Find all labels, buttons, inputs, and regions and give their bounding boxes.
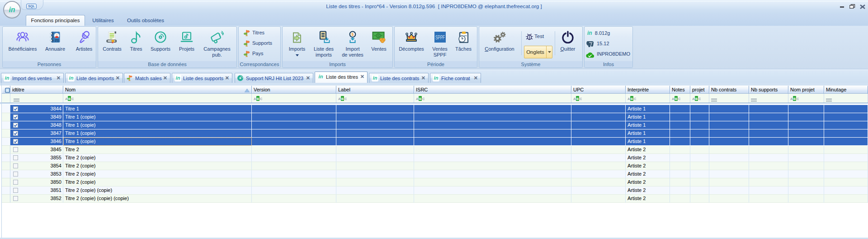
svg-text:C: C [678, 97, 680, 101]
svg-text:$: $ [351, 32, 354, 37]
svg-text:A: A [573, 97, 576, 101]
svg-text:B: B [793, 97, 796, 101]
svg-text:SPPF: SPPF [435, 34, 444, 40]
svg-text:B: B [419, 97, 422, 101]
svg-text:A: A [692, 97, 695, 101]
svg-text:A: A [65, 97, 68, 101]
svg-text:A: A [338, 97, 341, 101]
svg-text:A: A [627, 97, 630, 101]
svg-text:C: C [634, 97, 636, 101]
svg-text:B: B [675, 97, 678, 101]
svg-text:B: B [576, 97, 579, 101]
svg-text:C: C [698, 97, 701, 101]
svg-text:A: A [672, 97, 675, 101]
svg-text:A: A [790, 97, 793, 101]
svg-text:B: B [631, 97, 633, 101]
svg-text:C: C [797, 97, 799, 101]
svg-text:B: B [68, 97, 71, 101]
svg-text:A: A [254, 97, 256, 101]
svg-text:C: C [260, 97, 262, 101]
svg-text:C: C [344, 97, 347, 101]
svg-text:B: B [341, 97, 344, 101]
svg-text:B: B [257, 97, 259, 101]
svg-text:S: S [377, 33, 380, 38]
svg-text:B: B [695, 97, 698, 101]
svg-text:C: C [422, 97, 425, 101]
svg-text:A: A [416, 97, 419, 101]
svg-text:C: C [71, 97, 74, 101]
svg-text:C: C [580, 97, 582, 101]
